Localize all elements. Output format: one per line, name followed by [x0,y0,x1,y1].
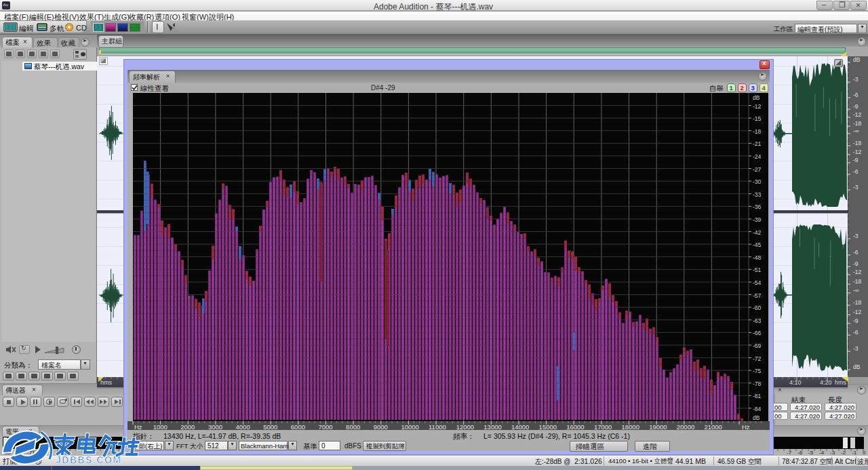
svg-text:JDBBS.COM: JDBBS.COM [56,454,122,465]
